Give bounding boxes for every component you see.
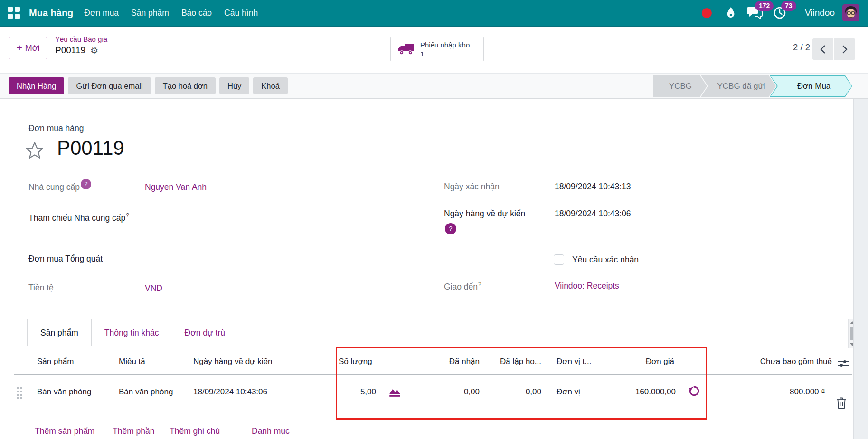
breadcrumb-current: P00119 <box>55 45 85 56</box>
pager-previous-button[interactable] <box>812 38 833 60</box>
tab-thong-tin-khac[interactable]: Thông tin khác <box>92 319 172 346</box>
vendor-ref-label: Tham chiếu Nhà cung cấp? <box>28 207 133 226</box>
price-history-icon[interactable] <box>689 385 700 399</box>
question-sup: ? <box>126 212 129 219</box>
menu-cau-hinh[interactable]: Cấu hình <box>218 4 264 22</box>
add-section-link[interactable]: Thêm phần <box>113 426 155 436</box>
main-menu: Đơn mua Sản phẩm Báo cáo Cấu hình <box>78 4 264 22</box>
apps-grid-icon[interactable] <box>8 7 20 19</box>
messages-badge: 172 <box>755 1 774 11</box>
star-icon[interactable] <box>25 141 44 161</box>
blanket-order-label: Đơn mua Tổng quát <box>28 254 103 264</box>
help-badge: ? <box>445 223 456 234</box>
table-header-border <box>14 374 852 375</box>
recording-dot-icon <box>702 8 712 18</box>
smart-button-label: Phiếu nhập kho <box>420 40 470 49</box>
ask-confirm-checkbox[interactable] <box>554 254 564 265</box>
menu-san-pham[interactable]: Sản phẩm <box>125 4 175 22</box>
truck-icon <box>397 42 414 56</box>
stage-ycbg[interactable]: YCBG <box>653 75 707 97</box>
currency-value[interactable]: VND <box>145 283 162 293</box>
catalog-link[interactable]: Danh mục <box>252 426 290 436</box>
stage-don-mua[interactable]: Đơn Mua <box>770 75 852 97</box>
add-note-link[interactable]: Thêm ghi chú <box>170 426 220 436</box>
gear-icon[interactable]: ⚙ <box>90 46 98 55</box>
cell-price-unit[interactable]: 160.000,00 <box>613 383 676 401</box>
cancel-button[interactable]: Hủy <box>219 77 249 94</box>
menu-don-mua[interactable]: Đơn mua <box>78 4 125 22</box>
form-sheet: Đơn mua hàng P00119 Nhà cung cấp? Nguyen… <box>0 99 853 439</box>
lock-button[interactable]: Khoá <box>253 77 288 94</box>
purchase-order-page: Mua hàng Đơn mua Sản phẩm Báo cáo Cấu hì… <box>0 0 868 439</box>
menu-bao-cao[interactable]: Báo cáo <box>175 4 218 22</box>
chevron-right-icon <box>841 45 848 54</box>
add-product-link[interactable]: Thêm sản phẩm <box>35 426 94 436</box>
breadcrumb-parent[interactable]: Yêu cầu Báo giá <box>55 35 107 43</box>
currency-label: Tiền tệ <box>28 283 54 293</box>
activity-badge: 73 <box>781 1 796 11</box>
pager-next-button[interactable] <box>834 38 855 60</box>
question-sup: ? <box>478 281 481 288</box>
deliver-to-value[interactable]: Viindoo: Receipts <box>555 281 619 291</box>
scrollbar-gutter <box>853 99 868 439</box>
tab-san-pham[interactable]: Sản phẩm <box>27 319 92 346</box>
column-header-description: Miêu tả <box>119 357 145 366</box>
cell-billed[interactable]: 0,00 <box>484 383 541 401</box>
cell-qty[interactable]: 5,00 <box>328 383 376 401</box>
messages-icon[interactable]: 172 <box>747 6 763 19</box>
pager-count: 2 / 2 <box>793 42 810 53</box>
doc-type-label: Đơn mua hàng <box>28 123 84 133</box>
navbar-systray: 172 73 Viindoo <box>702 4 859 21</box>
vendor-label: Nhà cung cấp? <box>28 182 91 193</box>
cell-product[interactable]: Bàn văn phòng <box>37 383 91 401</box>
activity-clock-icon[interactable]: 73 <box>773 6 786 19</box>
receipts-smart-button[interactable]: Phiếu nhập kho 1 <box>390 37 484 61</box>
table-row-border <box>14 420 852 420</box>
plus-icon: + <box>16 42 22 54</box>
notebook-tabs: Sản phẩm Thông tin khác Đơn dự trù <box>27 319 238 346</box>
confirm-date-value[interactable]: 18/09/2024 10:43:13 <box>555 182 631 192</box>
send-by-email-button[interactable]: Gửi Đơn qua email <box>68 77 151 94</box>
receive-products-button[interactable]: Nhận Hàng <box>9 77 64 94</box>
planned-date-label: Ngày hàng về dự kiến <box>444 209 525 219</box>
cell-received[interactable]: 0,00 <box>423 383 480 401</box>
cell-uom[interactable]: Đơn vị <box>557 383 580 401</box>
new-button-label: Mới <box>25 43 40 53</box>
column-header-subtotal: Chưa bao gồm thuế <box>731 357 832 366</box>
column-header-billed: Đã lập ho... <box>484 357 541 366</box>
confirm-date-label: Ngày xác nhận <box>444 182 500 192</box>
cell-description[interactable]: Bàn văn phòng <box>119 383 175 401</box>
column-options-icon[interactable] <box>838 359 849 370</box>
column-header-qty: Số lượng <box>339 357 372 366</box>
app-name[interactable]: Mua hàng <box>29 8 73 19</box>
create-bill-button[interactable]: Tạo hoá đơn <box>155 77 216 94</box>
chevron-left-icon <box>820 45 826 54</box>
company-name[interactable]: Viindoo <box>805 8 835 18</box>
forecast-chart-icon[interactable] <box>388 385 401 400</box>
control-panel: + Mới Yêu cầu Báo giá P00119 ⚙ Phiếu nhậ… <box>0 28 868 73</box>
smart-button-count: 1 <box>420 49 424 58</box>
cell-date-planned[interactable]: 18/09/2024 10:43:06 <box>193 383 267 401</box>
vendor-value[interactable]: Nguyen Van Anh <box>145 182 207 192</box>
tab-don-du-tru[interactable]: Đơn dự trù <box>172 319 238 346</box>
new-button[interactable]: + Mới <box>9 37 47 59</box>
trash-icon[interactable] <box>836 397 847 411</box>
user-avatar[interactable] <box>842 4 859 21</box>
droplet-icon[interactable] <box>725 7 736 19</box>
help-badge: ? <box>81 179 91 189</box>
ask-confirm-label: Yêu cầu xác nhận <box>572 255 639 265</box>
deliver-to-label: Giao đến? <box>444 281 481 292</box>
column-header-date: Ngày hàng về dự kiến <box>193 357 272 366</box>
top-navbar: Mua hàng Đơn mua Sản phẩm Báo cáo Cấu hì… <box>0 0 868 27</box>
breadcrumb: Yêu cầu Báo giá P00119 ⚙ <box>55 35 107 56</box>
drag-handle[interactable] <box>17 387 23 400</box>
cell-subtotal: 800.000 ₫ <box>731 383 825 401</box>
column-header-price: Đơn giá <box>617 357 674 366</box>
column-header-uom: Đơn vị t... <box>557 357 592 366</box>
page-title: P00119 <box>57 136 124 160</box>
planned-date-value[interactable]: 18/09/2024 10:43:06 <box>555 209 631 219</box>
statusbar: Nhận Hàng Gửi Đơn qua email Tạo hoá đơn … <box>0 73 868 99</box>
stage-ycbg-sent[interactable]: YCBG đã gửi <box>701 75 776 97</box>
stage-pipeline: YCBG YCBG đã gửi Đơn Mua <box>653 75 852 97</box>
column-header-product: Sản phẩm <box>37 357 74 366</box>
